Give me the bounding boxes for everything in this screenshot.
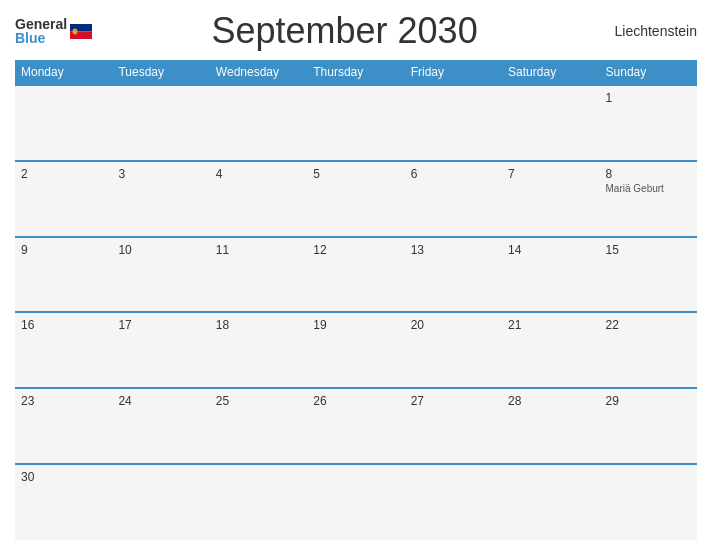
table-row: 5	[307, 161, 404, 237]
table-row: 20	[405, 312, 502, 388]
table-row: 9	[15, 237, 112, 313]
day-number: 19	[313, 318, 398, 332]
day-number: 5	[313, 167, 398, 181]
table-row: 24	[112, 388, 209, 464]
table-row: 18	[210, 312, 307, 388]
table-row	[307, 85, 404, 161]
weekday-monday: Monday	[15, 60, 112, 85]
table-row: 30	[15, 464, 112, 540]
day-number: 26	[313, 394, 398, 408]
table-row	[405, 464, 502, 540]
day-number: 2	[21, 167, 106, 181]
day-number: 4	[216, 167, 301, 181]
day-number: 17	[118, 318, 203, 332]
holiday-text: Mariä Geburt	[606, 183, 691, 194]
day-number: 10	[118, 243, 203, 257]
table-row: 23	[15, 388, 112, 464]
day-number: 1	[606, 91, 691, 105]
calendar-header-row: Monday Tuesday Wednesday Thursday Friday…	[15, 60, 697, 85]
day-number: 3	[118, 167, 203, 181]
table-row: 12	[307, 237, 404, 313]
day-number: 21	[508, 318, 593, 332]
table-row: 8Mariä Geburt	[600, 161, 697, 237]
day-number: 9	[21, 243, 106, 257]
calendar-table: Monday Tuesday Wednesday Thursday Friday…	[15, 60, 697, 540]
table-row: 6	[405, 161, 502, 237]
table-row: 14	[502, 237, 599, 313]
weekday-saturday: Saturday	[502, 60, 599, 85]
table-row: 4	[210, 161, 307, 237]
table-row	[502, 85, 599, 161]
table-row: 7	[502, 161, 599, 237]
table-row: 3	[112, 161, 209, 237]
logo-general-text: General	[15, 17, 67, 31]
day-number: 7	[508, 167, 593, 181]
day-number: 20	[411, 318, 496, 332]
table-row: 15	[600, 237, 697, 313]
table-row: 25	[210, 388, 307, 464]
table-row	[600, 464, 697, 540]
day-number: 18	[216, 318, 301, 332]
logo: General Blue	[15, 17, 92, 45]
calendar-title: September 2030	[92, 10, 597, 52]
table-row	[307, 464, 404, 540]
day-number: 15	[606, 243, 691, 257]
table-row: 11	[210, 237, 307, 313]
table-row	[502, 464, 599, 540]
table-row: 29	[600, 388, 697, 464]
weekday-tuesday: Tuesday	[112, 60, 209, 85]
table-row: 13	[405, 237, 502, 313]
table-row: 1	[600, 85, 697, 161]
day-number: 27	[411, 394, 496, 408]
day-number: 13	[411, 243, 496, 257]
day-number: 29	[606, 394, 691, 408]
day-number: 23	[21, 394, 106, 408]
logo-text: General Blue	[15, 17, 67, 45]
table-row	[112, 464, 209, 540]
table-row: 21	[502, 312, 599, 388]
day-number: 11	[216, 243, 301, 257]
day-number: 6	[411, 167, 496, 181]
day-number: 30	[21, 470, 106, 484]
table-row: 19	[307, 312, 404, 388]
svg-point-2	[73, 28, 78, 34]
day-number: 22	[606, 318, 691, 332]
weekday-sunday: Sunday	[600, 60, 697, 85]
day-number: 12	[313, 243, 398, 257]
day-number: 14	[508, 243, 593, 257]
country-name: Liechtenstein	[597, 23, 697, 39]
table-row	[210, 464, 307, 540]
table-row	[15, 85, 112, 161]
day-number: 8	[606, 167, 691, 181]
day-number: 28	[508, 394, 593, 408]
table-row: 27	[405, 388, 502, 464]
table-row: 17	[112, 312, 209, 388]
flag-icon	[70, 24, 92, 39]
table-row: 22	[600, 312, 697, 388]
calendar-header: General Blue September 2030 Liechtenstei…	[15, 10, 697, 52]
day-number: 24	[118, 394, 203, 408]
logo-blue-text: Blue	[15, 31, 67, 45]
weekday-wednesday: Wednesday	[210, 60, 307, 85]
table-row: 28	[502, 388, 599, 464]
calendar-body: 12345678Mariä Geburt91011121314151617181…	[15, 85, 697, 540]
table-row: 10	[112, 237, 209, 313]
table-row	[210, 85, 307, 161]
table-row: 2	[15, 161, 112, 237]
day-number: 25	[216, 394, 301, 408]
table-row: 16	[15, 312, 112, 388]
weekday-friday: Friday	[405, 60, 502, 85]
day-number: 16	[21, 318, 106, 332]
table-row	[112, 85, 209, 161]
weekday-thursday: Thursday	[307, 60, 404, 85]
table-row: 26	[307, 388, 404, 464]
table-row	[405, 85, 502, 161]
